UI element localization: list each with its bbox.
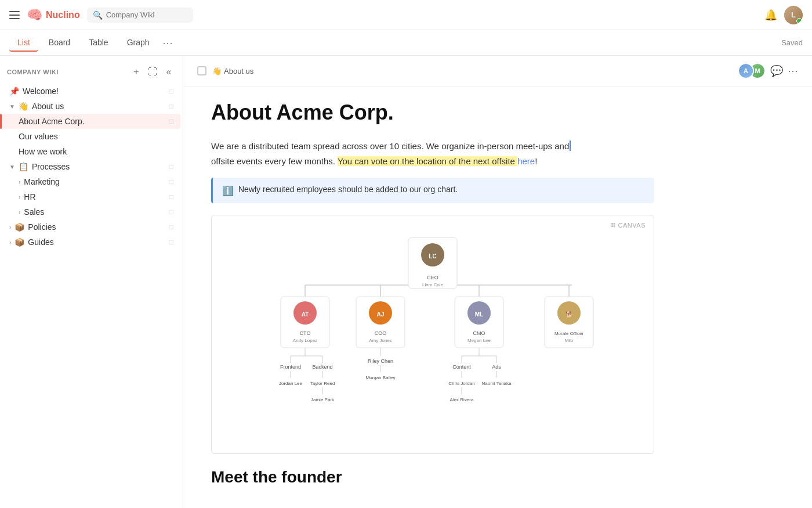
sidebar-item-label: How we work [19,147,173,156]
svg-text:Content: Content [452,364,471,370]
breadcrumb-text: About us [224,67,253,75]
search-input[interactable] [106,10,187,19]
svg-text:Liam Cole: Liam Cole [422,282,444,287]
chevron-right-icon: › [9,239,11,246]
content-topbar-left: 👋 About us [197,66,253,75]
guides-icon: 📦 [14,237,24,247]
policies-icon: 📦 [14,222,24,232]
chevron-right-icon: › [19,179,20,185]
sidebar-title: COMPANY WIKI [7,69,59,75]
sidebar-item-label: Guides [28,237,165,247]
sidebar: COMPANY WIKI + ⛶ « 📌 Welcome! □ ▼ 👋 Abou… [0,56,183,508]
info-text: Newly recruited employees should be adde… [238,185,458,194]
org-chart: AT CTO Andy Lopez AJ COO Amy Jones ML [223,227,642,442]
sidebar-item-guides[interactable]: › 📦 Guides □ [2,235,180,250]
comment-icon[interactable]: 💬 [770,64,783,77]
main-layout: COMPANY WIKI + ⛶ « 📌 Welcome! □ ▼ 👋 Abou… [0,56,812,508]
sidebar-item-hr[interactable]: › HR □ [2,189,180,204]
check-icon: □ [169,223,173,231]
sidebar-item-label: About Acme Corp. [19,117,166,126]
svg-text:🐕: 🐕 [566,311,573,318]
svg-text:COO: COO [375,330,387,336]
page-checkbox[interactable] [197,66,206,75]
svg-text:CTO: CTO [300,330,311,336]
check-icon: □ [169,193,173,201]
text-cursor [570,140,571,151]
sidebar-expand-button[interactable]: ⛶ [146,65,160,79]
svg-text:CEO: CEO [427,275,438,280]
topbar-left: 🧠 Nuclino 🔍 [9,8,757,23]
brain-icon: 🧠 [27,8,42,23]
sidebar-item-our-values[interactable]: Our values [2,129,180,144]
about-us-icon: 👋 [19,102,28,111]
canvas-label-text: CANVAS [618,222,646,229]
content-topbar-right: A M 💬 ⋯ [738,63,798,79]
svg-text:Taylor Reed: Taylor Reed [310,381,335,386]
tab-graph[interactable]: Graph [119,34,158,52]
svg-text:Andy Lopez: Andy Lopez [293,338,317,343]
sidebar-item-label: Policies [28,222,165,232]
svg-text:CMO: CMO [473,330,485,336]
tab-table[interactable]: Table [81,34,116,52]
topbar: 🧠 Nuclino 🔍 🔔 L [0,0,812,30]
here-link[interactable]: here [517,156,535,166]
sidebar-item-label: Sales [24,207,165,217]
sidebar-item-about-us[interactable]: ▼ 👋 About us □ [2,99,180,114]
sidebar-item-how-we-work[interactable]: How we work [2,144,180,159]
canvas-label: ⊞ CANVAS [610,221,646,229]
sidebar-add-button[interactable]: + [129,65,143,79]
svg-text:LC: LC [429,253,436,260]
svg-text:AJ: AJ [377,311,385,318]
sidebar-item-welcome[interactable]: 📌 Welcome! □ [2,84,180,99]
chevron-down-icon: ▼ [9,164,15,170]
content-area: 👋 About us A M 💬 ⋯ About Acme Corp [183,56,812,508]
page-title: About Acme Corp. [211,100,654,125]
sidebar-item-processes[interactable]: ▼ 📋 Processes □ [2,159,180,174]
sidebar-item-label: Our values [19,132,173,141]
logo-text: Nuclino [46,10,80,20]
collaborator-avatar-1[interactable]: A [738,63,754,79]
topbar-right: 🔔 L [764,6,803,24]
sidebar-item-marketing[interactable]: › Marketing □ [2,174,180,189]
sidebar-actions: + ⛶ « [129,65,176,79]
tab-board[interactable]: Board [41,34,78,52]
svg-text:Milo: Milo [565,338,574,343]
sidebar-item-sales[interactable]: › Sales □ [2,204,180,219]
svg-text:ML: ML [475,311,483,318]
sidebar-item-label: Processes [32,162,166,171]
svg-text:Riley Chen: Riley Chen [368,358,393,364]
meet-founder-heading: Meet the founder [211,468,654,487]
bell-icon[interactable]: 🔔 [764,9,777,21]
org-chart-canvas: ⊞ CANVAS [211,215,654,454]
svg-text:Jamie Park: Jamie Park [311,397,335,402]
sidebar-item-label: Marketing [24,177,165,186]
check-icon: □ [169,87,173,95]
sidebar-item-about-acme[interactable]: About Acme Corp. □ [2,114,180,129]
sidebar-item-label: HR [24,192,165,201]
page-paragraph-1: We are a distributed team spread across … [211,139,654,168]
sidebar-item-policies[interactable]: › 📦 Policies □ [2,219,180,235]
check-icon: □ [169,163,173,171]
check-icon: □ [169,178,173,186]
check-icon: □ [169,117,173,125]
tab-list[interactable]: List [9,34,38,52]
breadcrumb-icon: 👋 [212,67,222,75]
user-avatar[interactable]: L [784,6,803,24]
logo[interactable]: 🧠 Nuclino [27,8,80,23]
highlighted-text: You can vote on the location of the next… [338,156,517,166]
search-icon: 🔍 [93,10,103,20]
svg-text:Ads: Ads [492,364,501,370]
sidebar-collapse-button[interactable]: « [162,65,176,79]
check-icon: □ [169,102,173,110]
more-options-icon[interactable]: ⋯ [788,64,798,77]
chevron-down-icon: ▼ [9,103,15,110]
chevron-right-icon: › [19,194,20,200]
search-area[interactable]: 🔍 [87,8,193,23]
svg-text:Jordan Lee: Jordan Lee [279,381,303,386]
svg-text:Amy Jones: Amy Jones [369,338,392,343]
svg-text:Morgan Bailey: Morgan Bailey [365,375,395,380]
nav-tabs: List Board Table Graph ⋯ Saved [0,30,812,56]
menu-icon[interactable] [9,11,20,19]
sidebar-header: COMPANY WIKI + ⛶ « [0,63,183,84]
nav-more-icon[interactable]: ⋯ [162,37,173,49]
